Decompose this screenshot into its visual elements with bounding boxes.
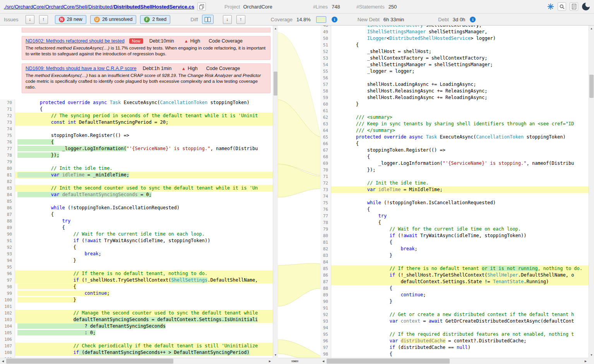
- line-number: 50: [320, 35, 331, 42]
- line-number: 71: [0, 106, 15, 113]
- line-number: 72: [0, 113, 15, 119]
- next-issue-button[interactable]: ↓: [26, 15, 34, 24]
- code-text: var context = await GetOrCreateDistribut…: [331, 318, 589, 325]
- code-text: while (!stoppingToken.IsCancellationRequ…: [331, 200, 589, 206]
- line-number: 88: [320, 285, 331, 292]
- right-horizontal-scrollbar[interactable]: ◀ ▶: [320, 358, 589, 364]
- code-line: 68 {: [320, 154, 589, 160]
- previous-diff-button[interactable]: ↑: [236, 15, 245, 24]
- scroll-left-icon[interactable]: ◀: [0, 358, 6, 364]
- code-text: [15, 336, 273, 343]
- sync-scroll-icon[interactable]: ⇛⇚: [291, 358, 298, 364]
- code-line: 59 shellHost.ReloadingAsync += Reloading…: [320, 94, 589, 101]
- left-vertical-scrollbar[interactable]: ▲ ▼: [273, 26, 278, 358]
- breadcrumb-file-link[interactable]: DistributedShellHostedService.cs: [114, 4, 194, 10]
- line-number: 98: [320, 351, 331, 357]
- coverage-label: Coverage: [271, 17, 293, 22]
- scrollbar-corner: [589, 358, 594, 364]
- code-text: // Check periodically if the default ten…: [15, 343, 273, 349]
- copy-path-button[interactable]: [197, 2, 206, 11]
- coverage-info-icon[interactable]: i: [332, 17, 337, 22]
- code-text: {: [331, 154, 589, 160]
- next-diff-button[interactable]: ↓: [223, 15, 232, 24]
- top-header: ./src/OrchardCore/OrchardCore/Shell/Dist…: [0, 0, 594, 14]
- theme-toggle-button[interactable]: [582, 2, 590, 11]
- scroll-right-icon[interactable]: ▶: [583, 358, 589, 364]
- line-number: 62: [320, 114, 331, 121]
- scroll-right-icon[interactable]: ▶: [267, 358, 273, 364]
- breadcrumb-path-link[interactable]: ./src/OrchardCore/OrchardCore/Shell/Dist…: [4, 4, 114, 10]
- search-button[interactable]: [558, 2, 566, 11]
- code-line: 85: [0, 198, 273, 205]
- code-text: if (!await TryWaitAsync(idleTime, stoppi…: [15, 238, 273, 244]
- code-line: 63 /// Keep in sync tenants by sharing s…: [320, 121, 589, 127]
- debt-info-icon[interactable]: i: [470, 17, 476, 22]
- left-vscroll-thumb[interactable]: [274, 72, 277, 96]
- code-text: /// <summary>: [331, 114, 589, 121]
- code-text: {: [15, 284, 273, 290]
- badge-label: 2 fixed: [152, 17, 166, 22]
- code-line: 90 }: [320, 298, 589, 305]
- code-text: [331, 259, 589, 265]
- code-line: 91: [320, 305, 589, 311]
- scroll-down-icon[interactable]: ▼: [589, 352, 594, 358]
- search-icon: [560, 4, 565, 9]
- scroll-left-icon[interactable]: ◀: [320, 358, 326, 364]
- code-line: 86 while (!stoppingToken.IsCancellationR…: [0, 205, 273, 211]
- code-line: 73 const int DefaultTenantSyncingPeriod …: [0, 119, 273, 126]
- right-vscroll-thumb[interactable]: [589, 75, 594, 98]
- line-number: 85: [0, 198, 15, 205]
- line-number: 87: [0, 211, 15, 218]
- left-hscroll-thumb[interactable]: [6, 359, 173, 364]
- line-number: 90: [320, 298, 331, 305]
- code-text: /// </summary>: [331, 127, 589, 134]
- right-vertical-scrollbar[interactable]: ▲ ▼: [589, 26, 594, 358]
- code-text: _logger.LogInformation("'{ServiceName}' …: [15, 145, 273, 152]
- new-debt-value: 6h 33min: [383, 17, 404, 22]
- issues-area: ND1602: Methods refactored should be tes…: [0, 26, 273, 99]
- scroll-up-icon[interactable]: ▲: [273, 26, 278, 31]
- line-number: 93: [0, 251, 15, 257]
- line-number: 100: [0, 297, 15, 303]
- issue-filter-badge-f[interactable]: F2 fixed: [140, 15, 170, 24]
- code-text: {: [331, 140, 589, 147]
- line-number: 107: [0, 343, 15, 349]
- code-text: const int DefaultTenantSyncingPeriod = 2…: [15, 119, 273, 126]
- line-number: 81: [0, 172, 15, 178]
- report-button[interactable]: [570, 2, 578, 11]
- code-line: 88 {: [320, 285, 589, 292]
- left-horizontal-scrollbar[interactable]: ◀ ▶: [0, 358, 273, 364]
- line-number: 84: [320, 259, 331, 265]
- badge-letter-icon: F: [144, 17, 150, 22]
- scroll-up-icon[interactable]: ▲: [589, 26, 594, 31]
- scroll-down-icon[interactable]: ▼: [273, 352, 278, 358]
- line-number: 96: [320, 338, 331, 344]
- code-line: 95: [0, 264, 273, 270]
- line-number: 97: [320, 344, 331, 351]
- issue-filter-badge-u[interactable]: U26 unresolved: [90, 15, 137, 24]
- code-line: 61: [320, 108, 589, 114]
- code-text: try: [331, 213, 589, 219]
- line-number: 89: [320, 292, 331, 298]
- line-number: 87: [320, 279, 331, 285]
- line-number: 98: [0, 284, 15, 290]
- issue-filter-badge-n[interactable]: N28 new: [55, 15, 86, 24]
- code-text: [331, 305, 589, 311]
- line-number: 82: [0, 178, 15, 185]
- code-line: 79 // Wait for the current idle time on …: [320, 226, 589, 232]
- right-hscroll-thumb[interactable]: [327, 359, 450, 364]
- code-line: 55 _logger = logger;: [320, 68, 589, 75]
- diff-mode-button[interactable]: [202, 15, 214, 24]
- code-line: 74: [0, 126, 273, 132]
- line-number: 63: [320, 121, 331, 127]
- code-line: 76 {: [320, 206, 589, 213]
- issue-rule-link[interactable]: ND1609: Methods should have a low C.R.A.…: [26, 66, 137, 71]
- code-line: 92 {: [0, 244, 273, 251]
- previous-issue-button[interactable]: ↑: [39, 15, 48, 24]
- code-line: 105 : 0;: [0, 330, 273, 336]
- line-number: 83: [320, 252, 331, 259]
- code-line: 75 stoppingToken.Register(() =>: [0, 132, 273, 139]
- code-text: // Init the second counter used to sync …: [15, 185, 273, 191]
- issue-rule-link[interactable]: ND1602: Methods refactored should be tes…: [26, 38, 125, 44]
- line-number: 59: [320, 94, 331, 101]
